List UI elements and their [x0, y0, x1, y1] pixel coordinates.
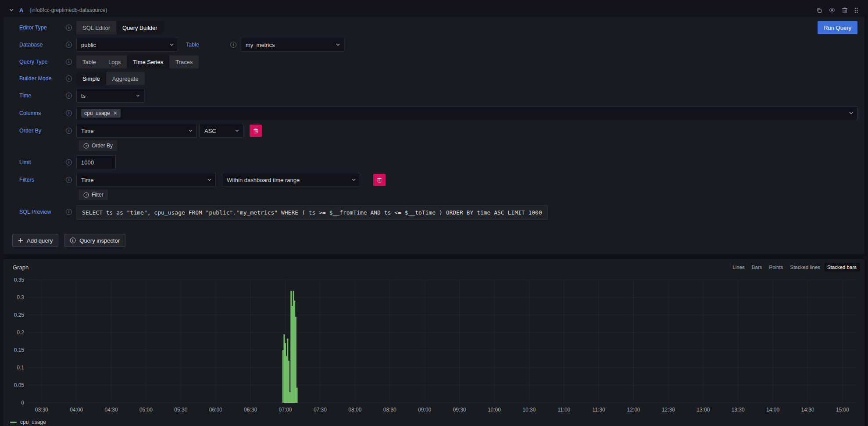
builder-mode-toggle-option-simple[interactable]: Simple: [76, 72, 106, 85]
order-by-label: Order By i: [19, 128, 76, 134]
info-icon[interactable]: i: [66, 75, 72, 82]
table-label: Table i: [186, 42, 241, 48]
info-icon[interactable]: i: [66, 159, 72, 165]
bar: [293, 291, 294, 403]
plus-icon: [18, 238, 23, 243]
query-ref-id: A: [19, 7, 23, 14]
legend-series-swatch-icon: [10, 422, 17, 423]
add-order-by-label: Order By: [92, 143, 113, 149]
info-circle-icon: [70, 237, 76, 243]
editor-type-toggle: SQL EditorQuery Builder: [76, 21, 164, 34]
info-icon[interactable]: i: [66, 128, 72, 134]
filter-condition-select[interactable]: Within dashboard time range: [222, 173, 360, 187]
hide-query-button[interactable]: [829, 7, 836, 14]
info-icon[interactable]: i: [66, 93, 72, 99]
duplicate-query-button[interactable]: [816, 7, 822, 14]
editor-type-toggle-option-sql-editor[interactable]: SQL Editor: [76, 21, 116, 34]
x-axis-tick-label: 12:30: [662, 407, 675, 413]
remove-query-button[interactable]: [842, 7, 848, 14]
filters-label-text: Filters: [19, 177, 34, 183]
order-by-field-value: Time: [81, 128, 93, 134]
table-select[interactable]: my_metrics: [241, 38, 344, 52]
remove-filter-button[interactable]: [373, 174, 386, 186]
builder-mode-toggle-option-aggregate[interactable]: Aggregate: [106, 72, 145, 85]
graph-mode-toggle-option-points[interactable]: Points: [766, 263, 786, 272]
add-filter-button[interactable]: Filter: [79, 190, 108, 200]
y-axis-tick-label: 0.05: [14, 382, 25, 388]
query-footer: Add query Query inspector: [4, 223, 864, 254]
add-filter-label: Filter: [92, 192, 104, 198]
add-query-label: Add query: [27, 237, 53, 244]
graph-panel-header: Graph LinesBarsPointsStacked linesStacke…: [4, 260, 864, 275]
row-editor-type: Editor Type i SQL EditorQuery Builder Ru…: [19, 21, 857, 34]
x-axis-tick-label: 04:30: [105, 407, 118, 413]
database-select-value: public: [81, 42, 96, 48]
remove-tag-icon[interactable]: ✕: [113, 111, 118, 116]
row-query-type: Query Type i TableLogsTime SeriesTraces: [19, 55, 857, 68]
order-by-field-select[interactable]: Time: [76, 124, 197, 138]
sql-preview-code: SELECT ts as "time", cpu_usage FROM "pub…: [76, 205, 548, 220]
row-columns: Columns i cpu_usage ✕: [19, 106, 857, 120]
x-axis-tick-label: 13:00: [697, 407, 710, 413]
editor-type-label: Editor Type i: [19, 25, 76, 31]
row-add-order-by: Order By: [19, 140, 857, 151]
x-axis-tick-label: 15:00: [836, 407, 849, 413]
graph-mode-toggle-option-lines[interactable]: Lines: [729, 263, 748, 272]
query-inspector-button[interactable]: Query inspector: [64, 234, 125, 247]
y-axis-tick-label: 0: [21, 400, 24, 406]
info-icon[interactable]: i: [66, 25, 72, 31]
x-axis-tick-label: 07:30: [314, 407, 327, 413]
x-axis-tick-label: 06:30: [244, 407, 257, 413]
info-icon[interactable]: i: [230, 42, 236, 48]
order-by-direction-select[interactable]: ASC: [200, 124, 243, 138]
plus-circle-icon: [83, 143, 89, 149]
filters-label: Filters i: [19, 177, 76, 183]
query-type-toggle-option-logs[interactable]: Logs: [102, 55, 127, 68]
bar: [290, 291, 292, 403]
graph-mode-toggle-option-bars[interactable]: Bars: [749, 263, 765, 272]
chevron-down-icon: [188, 128, 193, 134]
timeseries-chart[interactable]: 00.050.10.150.20.250.30.3503:3004:0004:3…: [9, 275, 859, 416]
info-icon[interactable]: i: [66, 110, 72, 116]
graph-mode-toggle-option-stacked-bars[interactable]: Stacked bars: [824, 263, 860, 272]
add-order-by-button[interactable]: Order By: [79, 140, 117, 151]
table-label-text: Table: [186, 42, 199, 48]
row-builder-mode: Builder Mode i SimpleAggregate: [19, 72, 857, 85]
collapse-chevron-icon[interactable]: [9, 7, 14, 13]
columns-multiselect[interactable]: cpu_usage ✕: [76, 106, 857, 120]
chevron-down-icon: [336, 42, 340, 48]
add-query-button[interactable]: Add query: [12, 234, 58, 247]
chevron-down-icon: [207, 177, 212, 183]
time-column-select[interactable]: ts: [76, 89, 144, 103]
bar: [285, 343, 286, 403]
panel-title: Graph: [13, 264, 29, 271]
filter-condition-value: Within dashboard time range: [227, 177, 300, 183]
x-axis-tick-label: 14:30: [801, 407, 814, 413]
info-icon[interactable]: i: [66, 59, 72, 65]
info-icon[interactable]: i: [66, 42, 72, 48]
limit-input[interactable]: [76, 155, 116, 169]
info-icon[interactable]: i: [66, 177, 72, 183]
x-axis-tick-label: 06:00: [209, 407, 222, 413]
graph-mode-toggle: LinesBarsPointsStacked linesStacked bars: [729, 263, 860, 272]
editor-type-toggle-option-query-builder[interactable]: Query Builder: [116, 21, 163, 34]
builder-mode-label-text: Builder Mode: [19, 75, 52, 82]
query-type-toggle-option-time-series[interactable]: Time Series: [127, 55, 169, 68]
query-row-header-left: A (info8fcc-greptimedb-datasource): [9, 7, 107, 14]
row-order-by: Order By i Time ASC: [19, 124, 857, 138]
query-type-toggle-option-table[interactable]: Table: [76, 55, 102, 68]
database-select[interactable]: public: [76, 38, 178, 52]
editor-type-label-text: Editor Type: [19, 25, 47, 31]
remove-order-by-button[interactable]: [250, 125, 262, 137]
info-icon[interactable]: i: [66, 209, 72, 215]
query-type-label-text: Query Type: [19, 59, 47, 65]
row-add-filter: Filter: [19, 190, 857, 200]
query-type-toggle-option-traces[interactable]: Traces: [169, 55, 199, 68]
graph-mode-toggle-option-stacked-lines[interactable]: Stacked lines: [787, 263, 823, 272]
datasource-name: (info8fcc-greptimedb-datasource): [29, 7, 107, 13]
drag-handle-icon[interactable]: [854, 7, 858, 14]
run-query-button[interactable]: Run Query: [818, 21, 857, 34]
legend-series-label[interactable]: cpu_usage: [20, 419, 46, 425]
filter-field-select[interactable]: Time: [76, 173, 216, 187]
trash-icon: [253, 128, 258, 134]
